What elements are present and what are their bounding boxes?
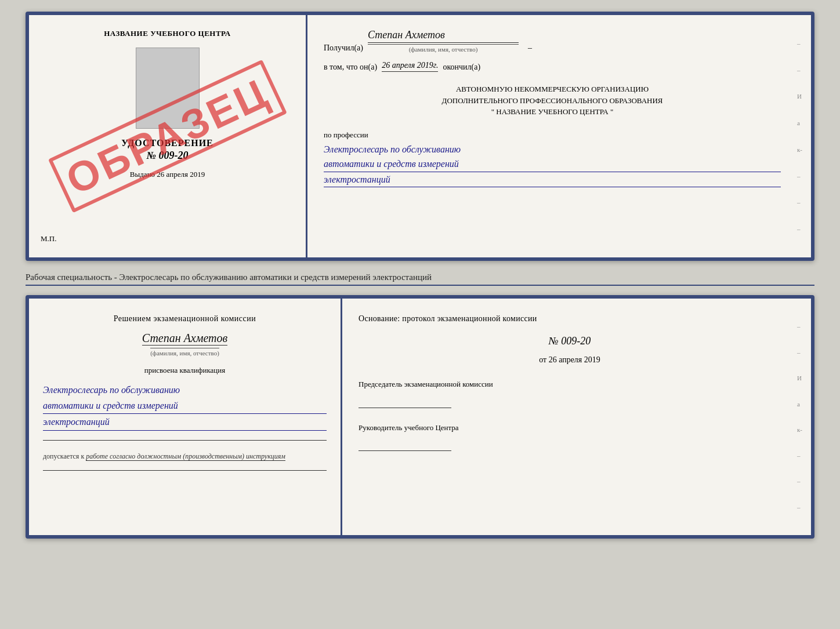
- qual-underline: [43, 440, 327, 441]
- qualification-value: Электрослесарь по обслуживанию автоматик…: [43, 382, 327, 431]
- doc-bottom-right: Основание: протокол экзаменационной коми…: [342, 299, 797, 535]
- prisvoena-label: присвоена квалификация: [43, 366, 327, 375]
- side-а: а: [797, 119, 811, 126]
- dopuskaetsya-label: допускается к: [43, 452, 84, 460]
- commission-title: Решением экзаменационной комиссии: [43, 312, 327, 325]
- profession-line3: электростанций: [324, 172, 781, 187]
- doc-bottom-left: Решением экзаменационной комиссии Степан…: [29, 299, 342, 535]
- side-dash1: –: [797, 40, 811, 47]
- dopuskaetsya-row: допускается к работе согласно должностны…: [43, 452, 327, 461]
- school-name-top: НАЗВАНИЕ УЧЕБНОГО ЦЕНТРА: [104, 29, 231, 38]
- rukovoditel-signature-line: [359, 450, 451, 451]
- center-line2: ДОПОЛНИТЕЛЬНОГО ПРОФЕССИОНАЛЬНОГО ОБРАЗО…: [324, 95, 781, 107]
- qual-line3: электростанций: [43, 414, 327, 430]
- qual-line2: автоматики и средств измерений: [43, 398, 327, 414]
- bottom-fio-label: (фамилия, имя, отчество): [150, 348, 219, 357]
- okonchil-label: окончил(а): [443, 63, 480, 72]
- top-document: НАЗВАНИЕ УЧЕБНОГО ЦЕНТРА УДОСТОВЕРЕНИЕ №…: [26, 12, 814, 261]
- dash-separator: –: [528, 43, 532, 53]
- profession-line1: Электрослесарь по обслуживанию: [324, 142, 781, 157]
- vtom-label: в том, что он(а): [324, 63, 377, 72]
- side-dash4: –: [797, 199, 811, 206]
- b-side-dash3: –: [797, 452, 811, 459]
- b-side-dash5: –: [797, 504, 811, 511]
- chairman-signature-line: [359, 408, 451, 408]
- rukovoditel-label: Руководитель учебного Центра: [359, 422, 781, 434]
- vydano-label: Выдано: [130, 170, 155, 179]
- vydano-date: 26 апреля 2019: [157, 170, 205, 179]
- person-block: Степан Ахметов (фамилия, имя, отчество): [43, 329, 327, 357]
- doc-right-wrapper: Получил(а) Степан Ахметов (фамилия, имя,…: [307, 15, 811, 257]
- b-side-dash4: –: [797, 478, 811, 485]
- b-side-к: к-: [797, 426, 811, 433]
- recipient-name: Степан Ахметов: [368, 29, 519, 43]
- dopuskaetsya-value: работе согласно должностным (производств…: [86, 452, 285, 461]
- protocol-number: № 009-20: [359, 335, 781, 347]
- photo-placeholder: [136, 48, 200, 129]
- b-side-dash2: –: [797, 349, 811, 356]
- center-line1: АВТОНОМНУЮ НЕКОММЕРЧЕСКУЮ ОРГАНИЗАЦИЮ: [324, 83, 781, 95]
- profession-line2: автоматики и средств измерений: [324, 157, 781, 172]
- bottom-side-annotations: – – И а к- – – –: [797, 299, 811, 535]
- vydano-row: Выдано 26 апреля 2019: [130, 170, 205, 179]
- profession-value: Электрослесарь по обслуживанию автоматик…: [324, 142, 781, 188]
- b-side-dash1: –: [797, 323, 811, 330]
- recipient-row: Получил(а) Степан Ахметов (фамилия, имя,…: [324, 29, 781, 53]
- side-dash5: –: [797, 226, 811, 232]
- po-professii-section: по профессии Электрослесарь по обслужива…: [324, 126, 781, 188]
- side-annotations: – – И а к- – – –: [797, 15, 811, 257]
- poluchil-label: Получил(а): [324, 43, 363, 53]
- side-к: к-: [797, 146, 811, 153]
- ot-label: от: [539, 355, 546, 364]
- vtom-row: в том, что он(а) 26 апреля 2019г. окончи…: [324, 61, 781, 72]
- specialty-text: Рабочая специальность - Электрослесарь п…: [26, 270, 814, 286]
- bottom-document: Решением экзаменационной комиссии Степан…: [26, 295, 814, 539]
- fio-subtext: (фамилия, имя, отчество): [368, 44, 519, 53]
- chairman-label: Председатель экзаменационной комиссии: [359, 379, 781, 390]
- side-dash2: –: [797, 67, 811, 74]
- completion-date: 26 апреля 2019г.: [382, 61, 438, 72]
- doc-bottom-right-wrapper: Основание: протокол экзаменационной коми…: [342, 299, 811, 535]
- center-block: АВТОНОМНУЮ НЕКОММЕРЧЕСКУЮ ОРГАНИЗАЦИЮ ДО…: [324, 83, 781, 118]
- doc-right-content: Получил(а) Степан Ахметов (фамилия, имя,…: [307, 15, 797, 257]
- ot-date-value: 26 апреля 2019: [549, 355, 600, 364]
- osnovanie-title: Основание: протокол экзаменационной коми…: [359, 312, 781, 325]
- b-side-И: И: [797, 375, 811, 381]
- mp-label: М.П.: [41, 234, 56, 243]
- ot-date: от 26 апреля 2019: [359, 355, 781, 365]
- center-line3: " НАЗВАНИЕ УЧЕБНОГО ЦЕНТРА ": [324, 106, 781, 118]
- bottom-underline: [43, 470, 327, 471]
- qual-line1: Электрослесарь по обслуживанию: [43, 382, 327, 398]
- person-name-bottom: Степан Ахметов: [142, 332, 227, 346]
- doc-left-panel: НАЗВАНИЕ УЧЕБНОГО ЦЕНТРА УДОСТОВЕРЕНИЕ №…: [29, 15, 307, 257]
- po-professii-label: по профессии: [324, 130, 781, 140]
- b-side-а: а: [797, 401, 811, 408]
- udost-number: № 009-20: [147, 150, 189, 162]
- side-И: И: [797, 93, 811, 100]
- udost-title: УДОСТОВЕРЕНИЕ: [121, 138, 213, 148]
- side-dash3: –: [797, 173, 811, 180]
